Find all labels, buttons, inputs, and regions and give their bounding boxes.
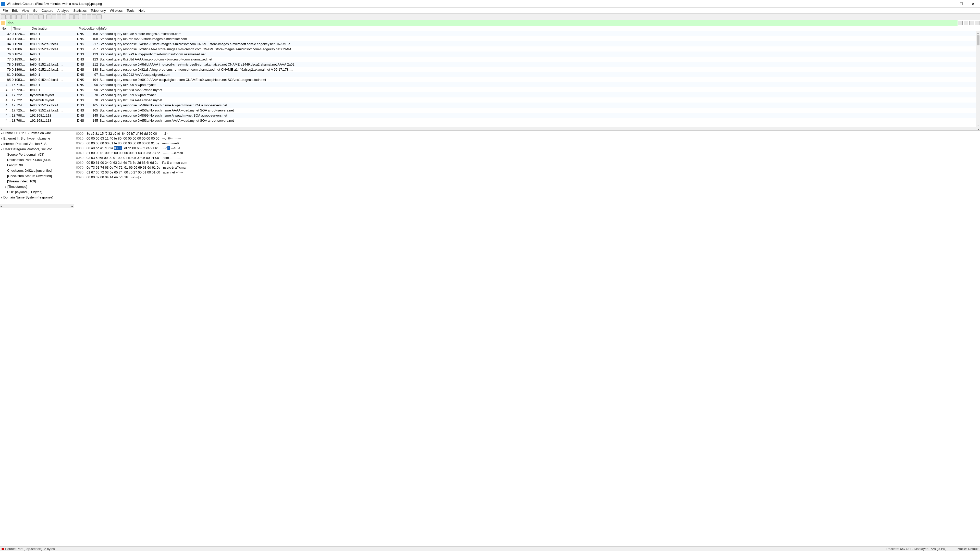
filter-clear-button[interactable] <box>958 21 963 25</box>
packet-list[interactable]: 320.1226…fe80::1DNS108Standard query 0xa… <box>0 31 980 127</box>
filter-bar <box>0 20 980 26</box>
tree-node[interactable]: [Stream index: 109] <box>0 179 74 185</box>
packet-row[interactable]: 810.1906…fe80::1DNS97Standard query 0x99… <box>0 72 980 77</box>
toolbar-btn[interactable] <box>21 14 26 19</box>
packet-row[interactable]: 350.1306…fe80::9152:a9:bca1:…DNS257Stand… <box>0 46 980 52</box>
toolbar-btn[interactable] <box>82 14 86 19</box>
menu-view[interactable]: View <box>20 8 31 13</box>
col-len[interactable]: Length <box>89 26 100 31</box>
col-dest[interactable]: Destination <box>30 26 77 31</box>
tree-node[interactable]: [Timestamps] <box>0 185 74 190</box>
hex-row[interactable]: 009000 00 32 00 04 14 ea 5d 1b ··2····] … <box>76 175 978 179</box>
toolbar-btn[interactable] <box>92 14 97 19</box>
toolbar-btn[interactable] <box>62 14 66 19</box>
hex-row[interactable]: 00008c c6 81 15 f9 32 c0 fd 84 96 b7 df … <box>76 131 978 136</box>
tree-node[interactable]: Length: 99 <box>0 163 74 168</box>
hex-row[interactable]: 00706e 73 61 74 63 0e 74 72 61 66 66 69 … <box>76 165 978 170</box>
packet-row[interactable]: 770.1830…fe80::1DNS123Standard query 0x9… <box>0 57 980 62</box>
toolbar <box>0 13 980 20</box>
packet-row[interactable]: 850.1953…fe80::9152:a9:bca1:…DNS194Stand… <box>0 77 980 82</box>
filter-add-button[interactable] <box>975 21 980 25</box>
packet-row[interactable]: 4…17.722…hyperhub.mynetDNS70Standard que… <box>0 97 980 103</box>
toolbar-btn[interactable] <box>69 14 74 19</box>
toolbar-btn[interactable] <box>87 14 91 19</box>
toolbar-btn[interactable] <box>34 14 38 19</box>
menu-analyze[interactable]: Analyze <box>56 8 71 13</box>
tree-node[interactable]: Domain Name System (response) <box>0 195 74 201</box>
toolbar-btn[interactable] <box>1 14 6 19</box>
hex-row[interactable]: 001000 00 00 63 11 40 fe 80 00 00 00 00 … <box>76 136 978 141</box>
toolbar-btn[interactable] <box>57 14 61 19</box>
scroll-thumb[interactable] <box>977 35 980 45</box>
packet-row[interactable]: 320.1226…fe80::1DNS108Standard query 0xa… <box>0 31 980 36</box>
tree-node[interactable]: Ethernet II, Src: hyperhub.myne <box>0 137 74 142</box>
tree-node[interactable]: Frame 11501: 153 bytes on wire <box>0 131 74 137</box>
packet-row[interactable]: 790.1896…fe80::9152:a9:bca1:…DNS188Stand… <box>0 67 980 72</box>
scroll-up-icon[interactable]: ▴ <box>976 31 980 35</box>
packet-row[interactable]: 4…18.798…192.168.1.118DNS145Standard que… <box>0 118 980 123</box>
hex-row[interactable]: 002000 00 00 00 00 01 fe 80 00 00 00 00 … <box>76 141 978 146</box>
hex-view[interactable]: 00008c c6 81 15 f9 32 c0 fd 84 96 b7 df … <box>74 130 980 208</box>
toolbar-btn[interactable] <box>46 14 51 19</box>
toolbar-btn[interactable] <box>6 14 11 19</box>
packet-list-header: No. Time Destination Protocol Length Inf… <box>0 26 980 31</box>
hex-row[interactable]: 006000 50 61 00 24 0f 63 2d 6d 73 6e 2d … <box>76 160 978 165</box>
maximize-button[interactable]: ☐ <box>956 0 967 8</box>
tree-node[interactable]: Source Port: domain (53) <box>0 152 74 158</box>
packet-row[interactable]: 340.1290…fe80::9152:a9:bca1:…DNS217Stand… <box>0 41 980 46</box>
tree-node[interactable]: Destination Port: 61404 (6140 <box>0 158 74 163</box>
tree-node[interactable]: User Datagram Protocol, Src Por <box>0 147 74 152</box>
toolbar-btn[interactable] <box>11 14 16 19</box>
bookmark-icon[interactable] <box>1 21 5 25</box>
tree-node[interactable]: Internet Protocol Version 6, Sr <box>0 142 74 147</box>
toolbar-btn[interactable] <box>16 14 21 19</box>
filter-history-button[interactable] <box>969 21 974 25</box>
toolbar-btn[interactable] <box>39 14 44 19</box>
packet-row[interactable]: 4…17.724…fe80::9152:a9:bca1:…DNS165Stand… <box>0 103 980 108</box>
menu-edit[interactable]: Edit <box>10 8 20 13</box>
menu-file[interactable]: File <box>0 8 10 13</box>
packet-list-hscroll[interactable]: ◂▸ <box>0 127 980 130</box>
window-title: Wireshark Capture (First few minutes wit… <box>6 2 944 6</box>
menu-tools[interactable]: Tools <box>124 8 136 13</box>
packet-details-tree[interactable]: Frame 11501: 153 bytes on wireEthernet I… <box>0 130 74 208</box>
tree-node[interactable]: Checksum: 0x82ca [unverified] <box>0 168 74 174</box>
display-filter-input[interactable] <box>6 20 958 26</box>
packet-row[interactable]: 780.1883…fe80::9152:a9:bca1:…DNS212Stand… <box>0 62 980 67</box>
packet-row[interactable]: 4…17.722…hyperhub.mynetDNS70Standard que… <box>0 92 980 97</box>
menu-statistics[interactable]: Statistics <box>71 8 89 13</box>
minimize-button[interactable]: — <box>944 0 956 8</box>
menu-go[interactable]: Go <box>31 8 39 13</box>
scroll-down-icon[interactable]: ▾ <box>976 124 980 127</box>
toolbar-btn[interactable] <box>29 14 33 19</box>
menu-help[interactable]: Help <box>137 8 148 13</box>
packet-row[interactable]: 4…16.720…fe80::1DNS90Standard query 0x65… <box>0 87 980 92</box>
close-button[interactable]: ✕ <box>967 0 979 8</box>
toolbar-separator <box>45 14 45 19</box>
packet-row[interactable]: 4…16.719…fe80::1DNS90Standard query 0x50… <box>0 82 980 87</box>
packet-row[interactable]: 330.1230…fe80::1DNS108Standard query 0x2… <box>0 36 980 41</box>
packet-list-scrollbar[interactable]: ▴ ▾ <box>976 31 980 127</box>
tree-hscroll[interactable]: ◂▸ <box>0 204 74 208</box>
hex-row[interactable]: 003000 a9 bc a1 d0 2a 00 35 ef dc 00 63 … <box>76 146 978 151</box>
hex-row[interactable]: 004081 80 00 01 00 02 00 00 00 00 01 63 … <box>76 151 978 156</box>
menu-telephony[interactable]: Telephony <box>89 8 108 13</box>
toolbar-btn[interactable] <box>74 14 79 19</box>
toolbar-btn[interactable] <box>97 14 102 19</box>
packet-row[interactable]: 4…18.798…192.168.1.118DNS145Standard que… <box>0 113 980 118</box>
col-proto[interactable]: Protocol <box>77 26 89 31</box>
hex-row[interactable]: 008061 67 65 72 03 6e 65 74 00 c0 27 00 … <box>76 170 978 175</box>
titlebar: Wireshark Capture (First few minutes wit… <box>0 0 980 8</box>
menu-wireless[interactable]: Wireless <box>108 8 124 13</box>
col-time[interactable]: Time <box>12 26 30 31</box>
packet-row[interactable]: 760.1824…fe80::1DNS123Standard query 0x8… <box>0 52 980 57</box>
hex-row[interactable]: 005003 63 6f 6d 00 00 01 00 01 c0 0c 00 … <box>76 156 978 160</box>
filter-apply-button[interactable] <box>964 21 968 25</box>
col-no[interactable]: No. <box>0 26 12 31</box>
tree-node[interactable]: UDP payload (91 bytes) <box>0 190 74 195</box>
col-info[interactable]: Info <box>100 26 980 31</box>
tree-node[interactable]: [Checksum Status: Unverified] <box>0 174 74 179</box>
menu-capture[interactable]: Capture <box>40 8 56 13</box>
packet-row[interactable]: 4…17.725…fe80::9152:a9:bca1:…DNS165Stand… <box>0 108 980 113</box>
toolbar-btn[interactable] <box>52 14 56 19</box>
